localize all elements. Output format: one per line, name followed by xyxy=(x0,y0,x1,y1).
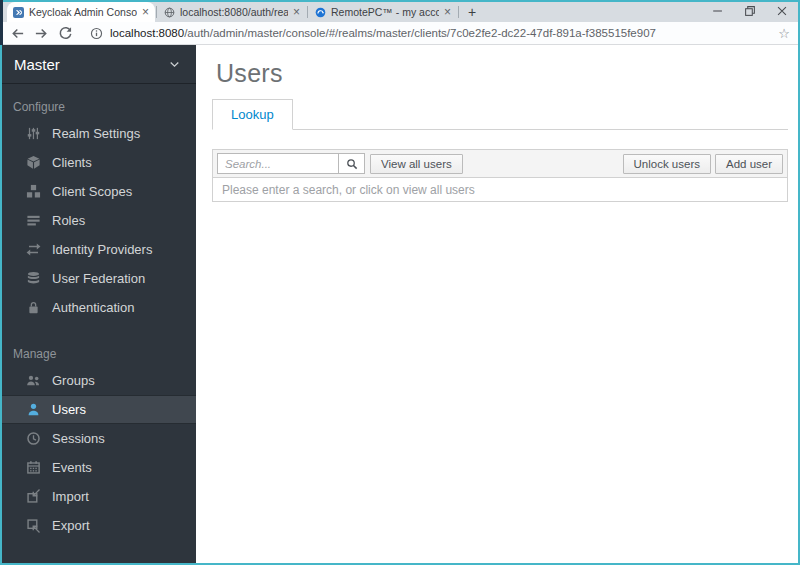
page-title: Users xyxy=(216,59,800,88)
unlock-users-button[interactable]: Unlock users xyxy=(623,154,711,174)
tab-title: RemotePC™ - my account infor xyxy=(331,6,439,18)
realm-selector[interactable]: Master xyxy=(0,45,196,84)
sidebar-item-label: Authentication xyxy=(52,300,134,315)
group-icon xyxy=(26,373,41,388)
window-controls xyxy=(702,0,798,22)
clock-icon xyxy=(26,431,41,446)
tab-close-icon[interactable]: × xyxy=(293,6,300,18)
empty-search-message: Please enter a search, or click on view … xyxy=(213,178,787,201)
browser-tab-keycloak[interactable]: Keycloak Admin Console × xyxy=(7,2,155,22)
sidebar-item-label: Roles xyxy=(52,213,85,228)
sidebar-item-events[interactable]: Events xyxy=(0,453,196,482)
back-icon[interactable] xyxy=(10,26,25,41)
remotepc-favicon-icon xyxy=(315,7,326,18)
sidebar-item-roles[interactable]: Roles xyxy=(0,206,196,235)
sidebar-item-label: Client Scopes xyxy=(52,184,132,199)
search-input[interactable] xyxy=(217,153,339,174)
tab-title: localhost:8080/auth/realms/mast xyxy=(180,6,288,18)
users-panel: View all users Unlock users Add user Ple… xyxy=(212,149,788,202)
sidebar: Master Configure Realm SettingsClientsCl… xyxy=(0,45,196,565)
window-restore-button[interactable] xyxy=(734,0,766,22)
sidebar-item-sessions[interactable]: Sessions xyxy=(0,424,196,453)
sidebar-item-authentication[interactable]: Authentication xyxy=(0,293,196,322)
sidebar-item-client-scopes[interactable]: Client Scopes xyxy=(0,177,196,206)
browser-tab-bar: Keycloak Admin Console × localhost:8080/… xyxy=(0,0,800,22)
sidebar-item-label: Users xyxy=(52,402,86,417)
window-close-button[interactable] xyxy=(766,0,798,22)
cubes-icon xyxy=(26,184,41,199)
tab-title: Keycloak Admin Console xyxy=(29,6,137,18)
sidebar-item-user-federation[interactable]: User Federation xyxy=(0,264,196,293)
forward-icon[interactable] xyxy=(34,26,49,41)
window-border-left xyxy=(0,0,2,565)
tab-strip: Lookup xyxy=(212,99,788,130)
user-icon xyxy=(26,402,41,417)
tab-separator xyxy=(307,6,308,18)
sidebar-item-label: Groups xyxy=(52,373,95,388)
add-user-button[interactable]: Add user xyxy=(715,154,783,174)
sidebar-item-label: Export xyxy=(52,518,90,533)
url-host: localhost:8080 xyxy=(110,27,184,39)
nav-section-manage: GroupsUsersSessionsEventsImportExport xyxy=(0,366,196,540)
exchange-icon xyxy=(26,242,41,257)
users-toolbar: View all users Unlock users Add user xyxy=(213,150,787,178)
calendar-icon xyxy=(26,460,41,475)
chevron-down-icon xyxy=(169,59,180,70)
window-minimize-button[interactable] xyxy=(702,0,734,22)
sidebar-item-label: Realm Settings xyxy=(52,126,140,141)
search-button[interactable] xyxy=(338,153,365,174)
sidebar-item-realm-settings[interactable]: Realm Settings xyxy=(0,119,196,148)
keycloak-admin-page: Master Configure Realm SettingsClientsCl… xyxy=(0,45,800,565)
sidebar-item-label: Import xyxy=(52,489,89,504)
sliders-icon xyxy=(26,126,41,141)
sidebar-item-import[interactable]: Import xyxy=(0,482,196,511)
lock-icon xyxy=(26,300,41,315)
list-icon xyxy=(26,213,41,228)
browser-tab-localhost[interactable]: localhost:8080/auth/realms/mast × xyxy=(158,2,306,22)
sidebar-item-identity-providers[interactable]: Identity Providers xyxy=(0,235,196,264)
sidebar-item-label: User Federation xyxy=(52,271,145,286)
tab-close-icon[interactable]: × xyxy=(142,6,149,18)
sidebar-item-clients[interactable]: Clients xyxy=(0,148,196,177)
import-icon xyxy=(26,489,41,504)
database-icon xyxy=(26,271,41,286)
export-icon xyxy=(26,518,41,533)
sidebar-item-label: Clients xyxy=(52,155,92,170)
reload-icon[interactable] xyxy=(58,26,73,41)
sidebar-item-label: Identity Providers xyxy=(52,242,152,257)
url-field[interactable]: localhost:8080/auth/admin/master/console… xyxy=(110,27,656,39)
window-border-top xyxy=(0,0,800,2)
tab-close-icon[interactable]: × xyxy=(444,6,451,18)
section-label-configure: Configure xyxy=(0,100,196,119)
realm-name: Master xyxy=(14,56,60,73)
url-path: /auth/admin/master/console/#/realms/mast… xyxy=(184,27,656,39)
page-info-icon[interactable] xyxy=(90,27,103,40)
cube-icon xyxy=(26,155,41,170)
browser-tab-remotepc[interactable]: RemotePC™ - my account infor × xyxy=(309,2,457,22)
sidebar-item-groups[interactable]: Groups xyxy=(0,366,196,395)
nav-section-configure: Realm SettingsClientsClient ScopesRolesI… xyxy=(0,119,196,322)
sidebar-item-label: Sessions xyxy=(52,431,105,446)
sidebar-item-export[interactable]: Export xyxy=(0,511,196,540)
tab-separator xyxy=(458,6,459,18)
tab-lookup[interactable]: Lookup xyxy=(212,99,293,130)
tab-separator xyxy=(156,6,157,18)
globe-favicon-icon xyxy=(164,7,175,18)
search-icon xyxy=(346,158,358,170)
main-content: Users Lookup View all users Unlock users… xyxy=(196,45,800,565)
section-label-manage: Manage xyxy=(0,347,196,366)
view-all-users-button[interactable]: View all users xyxy=(370,154,463,174)
new-tab-button[interactable]: + xyxy=(468,5,476,19)
window-corner-strip xyxy=(0,0,3,45)
bookmark-star-icon[interactable]: ☆ xyxy=(778,27,790,40)
sidebar-item-label: Events xyxy=(52,460,92,475)
browser-address-bar: localhost:8080/auth/admin/master/console… xyxy=(0,22,800,45)
sidebar-item-users[interactable]: Users xyxy=(0,395,196,424)
keycloak-favicon-icon xyxy=(13,7,24,18)
